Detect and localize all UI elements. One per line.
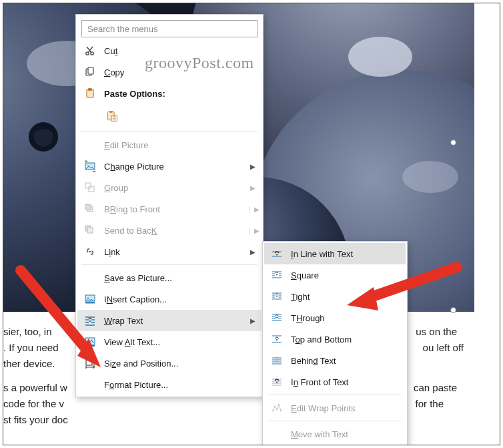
svg-point-8 [402,161,458,193]
paste-options-row [77,104,262,130]
alt-text-icon [83,334,97,349]
menu-label: Size and Position... [104,359,256,369]
cut-icon [83,43,97,58]
svg-point-37 [276,382,278,383]
menu-item-bring-to-front: BRing to Front ▶ [77,198,262,220]
submenu-item-move-with-text: Move with Text [264,423,406,445]
wrap-inline-icon [270,246,284,261]
link-icon [83,244,97,259]
submenu-item-behind[interactable]: Behind Text [264,350,406,371]
submenu-label: Tight [291,292,400,302]
wrap-behind-icon [270,353,284,368]
chevron-right-icon: ▶ [249,317,256,324]
menu-item-link[interactable]: Link ▶ [77,241,262,262]
menu-item-format-picture[interactable]: Format Picture... [77,374,262,395]
blank-icon [83,270,97,285]
body-frag: can paste [414,380,457,396]
svg-point-9 [86,52,89,55]
chevron-right-icon: ▶ [249,206,256,213]
menu-item-group: Group ▶ [77,177,262,198]
menu-label: Link [104,247,243,257]
svg-rect-31 [86,360,92,365]
wrap-text-icon [83,313,97,328]
copy-icon [83,65,97,79]
svg-point-10 [91,52,93,55]
menu-item-wrap-text[interactable]: Wrap Text ▶ [77,310,262,331]
watermark-text: groovyPost.com [145,54,254,72]
svg-rect-21 [89,186,94,192]
svg-rect-20 [85,183,91,188]
body-frag: . If you need [3,340,59,356]
chevron-right-icon: ▶ [249,184,256,192]
paste-icon [83,86,97,101]
menu-label: Format Picture... [104,380,256,390]
submenu-item-in-line[interactable]: In Line with Text [264,243,406,264]
body-frag: code for the v [3,396,64,412]
svg-rect-14 [89,89,92,91]
blank-icon [83,138,97,152]
submenu-label: In Line with Text [291,249,400,259]
send-back-icon [83,223,97,238]
menu-label: Edit Picture [104,140,256,150]
wrap-tight-icon [270,289,284,304]
bring-front-icon [83,202,97,216]
selection-handle-bottom-right[interactable] [450,307,456,313]
wrap-square-icon [270,268,284,282]
menu-label: Change Picture [104,162,243,172]
search-input[interactable]: Search the menus [81,20,258,37]
submenu-label: Edit Wrap Points [291,403,400,413]
separator [81,264,258,265]
menu-item-edit-picture: Edit Picture [77,134,262,156]
separator [268,395,402,395]
submenu-label: In Front of Text [291,377,400,387]
body-frag: st fits your doc [3,414,68,425]
chevron-right-icon: ▶ [249,163,256,170]
body-frag: for the [415,396,444,412]
blank-icon [270,427,284,441]
chevron-right-icon: ▶ [249,227,256,234]
menu-label: Save as Picture... [104,273,256,283]
insert-caption-icon [83,292,97,306]
submenu-item-top-bottom[interactable]: Top and Bottom [264,328,406,350]
menu-label: View Alt Text... [104,337,256,347]
svg-rect-23 [85,204,91,210]
svg-rect-25 [87,228,93,233]
menu-label: Group [104,183,243,193]
body-frag: ther device. [3,358,55,369]
menu-label: INsert Caption... [104,294,256,304]
menu-item-view-alt-text[interactable]: View Alt Text... [77,331,262,353]
paste-option-keep-source-icon[interactable] [104,108,120,126]
menu-item-size-position[interactable]: Size and Position... [77,353,262,374]
wrap-top-bottom-icon [270,332,284,347]
svg-point-29 [89,320,91,322]
submenu-label: Square [291,270,400,280]
menu-label: Send to BacK [104,226,243,236]
submenu-item-through[interactable]: THrough [264,307,406,328]
size-position-icon [83,356,97,371]
separator [268,421,402,421]
svg-point-32 [276,254,278,256]
menu-label: BRing to Front [104,204,243,214]
menu-item-change-picture[interactable]: Change Picture ▶ [77,156,262,177]
change-picture-icon [83,159,97,174]
menu-item-save-as-picture[interactable]: Save as Picture... [77,267,262,288]
chevron-right-icon: ▶ [249,248,256,256]
menu-label: Wrap Text [104,316,243,326]
svg-rect-12 [88,67,93,74]
svg-point-35 [276,339,278,341]
svg-rect-28 [85,302,95,304]
menu-item-insert-caption[interactable]: INsert Caption... [77,288,262,310]
body-frag: s a powerful w [3,380,67,396]
search-placeholder: Search the menus [87,24,158,34]
submenu-item-in-front[interactable]: In Front of Text [264,371,406,393]
menu-item-paste-options: Paste Options: [77,83,262,104]
submenu-item-tight[interactable]: Tight [264,286,406,307]
selection-handle-mid-right[interactable] [450,140,456,146]
menu-label: Paste Options: [104,89,256,99]
submenu-label: THrough [291,313,400,323]
separator [81,132,258,132]
wrap-text-submenu: In Line with Text Square Tight THrough T… [262,241,408,445]
svg-point-33 [276,274,278,276]
submenu-item-edit-wrap-points: Edit Wrap Points [264,397,406,419]
submenu-item-square[interactable]: Square [264,264,406,286]
